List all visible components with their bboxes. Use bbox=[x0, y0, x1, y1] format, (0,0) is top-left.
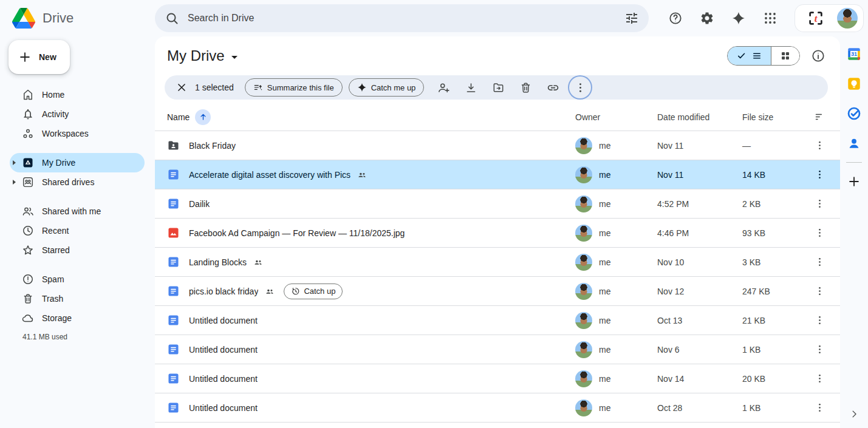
shared-drives-icon bbox=[22, 176, 34, 188]
download-button[interactable] bbox=[460, 76, 482, 98]
trash-button[interactable] bbox=[514, 76, 536, 98]
expand-arrow-icon[interactable] bbox=[13, 160, 16, 165]
people-filled-icon bbox=[357, 170, 367, 180]
expand-arrow-icon[interactable] bbox=[13, 180, 16, 185]
sidebar-item-spam[interactable]: Spam bbox=[10, 270, 145, 289]
catch-up-label: Catch up bbox=[304, 287, 335, 296]
more-vert-button[interactable] bbox=[808, 397, 830, 419]
user-avatar[interactable] bbox=[837, 8, 858, 29]
file-size: 2 KB bbox=[742, 199, 806, 209]
owner-name: me bbox=[599, 316, 610, 325]
file-row[interactable]: pics.io black fridayCatch upmeNov 12247 … bbox=[155, 277, 840, 306]
owner-cell: me bbox=[575, 370, 657, 387]
date-modified: Nov 14 bbox=[657, 374, 742, 384]
apps-grid-button[interactable] bbox=[757, 5, 784, 32]
date-modified: Oct 13 bbox=[657, 316, 742, 325]
more-vert-button[interactable] bbox=[569, 76, 591, 98]
settings-button[interactable] bbox=[694, 5, 720, 32]
sidebar-item-workspaces[interactable]: Workspaces bbox=[10, 124, 145, 143]
file-row[interactable]: Untitled documentmeNov 1420 KB bbox=[155, 364, 840, 393]
file-row[interactable]: Untitled documentmeOct 1321 KB bbox=[155, 306, 840, 335]
home-icon bbox=[22, 89, 34, 101]
move-to-folder-button[interactable] bbox=[487, 76, 509, 98]
sidebar-item-trash[interactable]: Trash bbox=[10, 289, 145, 308]
more-vert-button[interactable] bbox=[808, 164, 830, 186]
account-pill[interactable]: t bbox=[795, 5, 863, 32]
contacts-button[interactable] bbox=[845, 134, 863, 152]
summarize-this-file-chip[interactable]: Summarize this file bbox=[245, 78, 343, 97]
grid-view-segment[interactable] bbox=[771, 47, 799, 65]
file-size: 247 KB bbox=[742, 287, 806, 296]
owner-name: me bbox=[599, 228, 610, 238]
file-size: 21 KB bbox=[742, 316, 806, 325]
keep-button[interactable] bbox=[845, 75, 863, 93]
collapse-panel-button[interactable] bbox=[845, 405, 863, 423]
more-vert-button[interactable] bbox=[808, 135, 830, 157]
more-vert-button[interactable] bbox=[808, 368, 830, 390]
search-button[interactable] bbox=[160, 6, 184, 30]
chip-label: Catch me up bbox=[371, 83, 416, 92]
spark-icon bbox=[357, 83, 367, 92]
file-name: Accelerate digital asset discovery with … bbox=[189, 170, 350, 180]
catch-me-up-chip[interactable]: Catch me up bbox=[349, 78, 425, 97]
sidebar-item-storage[interactable]: Storage bbox=[10, 308, 145, 328]
search-input[interactable] bbox=[184, 4, 620, 32]
sidebar-item-my-drive[interactable]: My Drive bbox=[10, 153, 145, 172]
row-menu-cell bbox=[806, 222, 833, 244]
sidebar-item-shared-drives[interactable]: Shared drives bbox=[10, 172, 145, 192]
owner-avatar bbox=[575, 137, 592, 154]
gemini-button[interactable] bbox=[725, 5, 752, 32]
sidebar-item-label: My Drive bbox=[42, 158, 75, 168]
file-row[interactable]: Untitled documentmeNov 61 KB bbox=[155, 335, 840, 364]
file-row[interactable]: Dailikme4:52 PM2 KB bbox=[155, 189, 840, 219]
table-header: Name Owner Date modified File size bbox=[155, 103, 840, 131]
file-row[interactable]: Facebook Ad Campaign — For Review — 11/1… bbox=[155, 219, 840, 248]
page-title-dropdown[interactable]: My Drive bbox=[167, 47, 238, 64]
more-vert-button[interactable] bbox=[808, 222, 830, 244]
sidebar-group: My DriveShared drives bbox=[0, 153, 155, 192]
people-icon bbox=[22, 205, 34, 217]
row-menu-cell bbox=[806, 339, 833, 361]
owner-name: me bbox=[599, 199, 610, 209]
list-view-segment[interactable] bbox=[728, 47, 771, 65]
link-button[interactable] bbox=[542, 76, 564, 98]
search-bar[interactable] bbox=[155, 4, 649, 32]
new-button[interactable]: New bbox=[9, 40, 70, 74]
brand[interactable]: Drive bbox=[0, 8, 155, 29]
clear-selection-button[interactable] bbox=[171, 76, 193, 98]
owner-avatar bbox=[575, 399, 592, 416]
file-row[interactable]: Landing BlocksmeNov 103 KB bbox=[155, 248, 840, 277]
file-row[interactable]: Black FridaymeNov 11— bbox=[155, 131, 840, 160]
sort-options-button[interactable] bbox=[808, 106, 830, 128]
file-row[interactable]: Accelerate digital asset discovery with … bbox=[155, 160, 840, 189]
add-panel-button[interactable] bbox=[845, 172, 863, 191]
info-button[interactable] bbox=[806, 44, 830, 68]
new-button-label: New bbox=[39, 52, 56, 62]
sort-ascending-button[interactable] bbox=[195, 109, 211, 125]
calendar-button[interactable]: 31 bbox=[845, 45, 863, 63]
owner-name: me bbox=[599, 257, 610, 267]
file-row[interactable]: Untitled documentmeOct 281 KB bbox=[155, 393, 840, 423]
sidebar-item-starred[interactable]: Starred bbox=[10, 240, 145, 260]
file-list: Black FridaymeNov 11—Accelerate digital … bbox=[155, 131, 840, 428]
row-menu-cell bbox=[806, 310, 833, 331]
tasks-button[interactable] bbox=[845, 104, 863, 123]
more-vert-button[interactable] bbox=[808, 193, 830, 215]
more-vert-button[interactable] bbox=[808, 280, 830, 302]
search-options-button[interactable] bbox=[620, 6, 644, 30]
sidebar-item-shared-with-me[interactable]: Shared with me bbox=[10, 202, 145, 221]
more-vert-button[interactable] bbox=[808, 339, 830, 361]
sidebar-item-home[interactable]: Home bbox=[10, 85, 145, 104]
more-vert-button[interactable] bbox=[808, 251, 830, 273]
owner-avatar bbox=[575, 370, 592, 387]
person-add-button[interactable] bbox=[432, 76, 454, 98]
more-vert-button[interactable] bbox=[808, 310, 830, 331]
clock-icon bbox=[22, 225, 34, 237]
date-modified: Nov 6 bbox=[657, 345, 742, 355]
doc-file-icon bbox=[167, 285, 180, 297]
sidebar-item-activity[interactable]: Activity bbox=[10, 104, 145, 124]
help-button[interactable] bbox=[662, 5, 689, 32]
sidebar-item-recent[interactable]: Recent bbox=[10, 221, 145, 240]
catch-up-chip[interactable]: Catch up bbox=[284, 284, 343, 299]
sidebar-item-label: Spam bbox=[42, 274, 64, 284]
